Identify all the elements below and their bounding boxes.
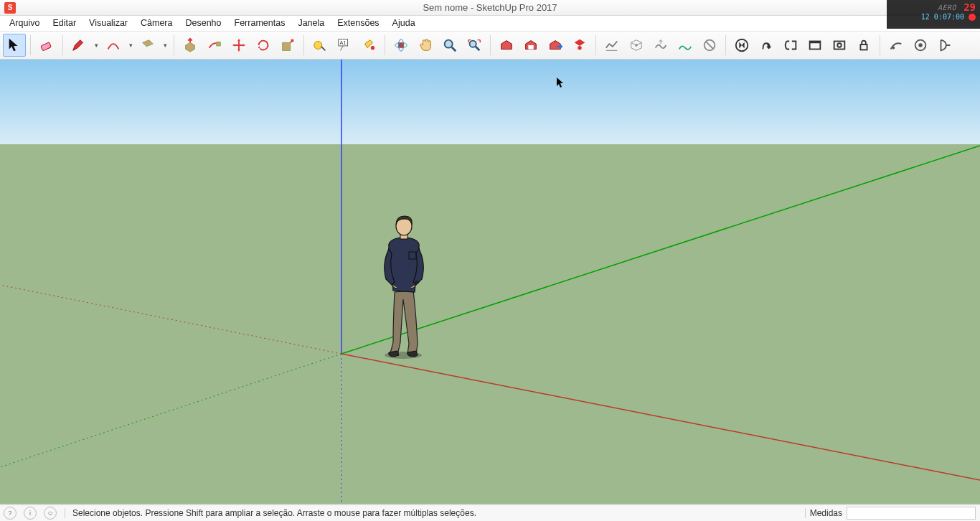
svg-point-24	[918, 43, 923, 47]
recorder-time: 0:07:00	[934, 13, 964, 21]
vray-interactive-tool[interactable]	[755, 34, 778, 57]
select-tool[interactable]	[3, 34, 26, 57]
status-hint-icon[interactable]: ?	[4, 507, 17, 520]
warehouse-components-tool[interactable]	[519, 34, 542, 57]
svg-text:A1: A1	[340, 39, 347, 46]
toolbar-separator	[490, 35, 491, 55]
status-info-icon[interactable]: i	[24, 507, 37, 520]
toolbar-separator	[880, 35, 880, 55]
toolbar-separator	[595, 35, 596, 55]
arc-tool[interactable]	[102, 34, 125, 57]
app-icon: S	[4, 2, 16, 14]
svg-rect-1	[217, 42, 221, 46]
menu-bar: Arquivo Editar Visualizar Câmera Desenho…	[0, 16, 980, 32]
rotate-tool[interactable]	[252, 34, 275, 57]
plugin-tool-a[interactable]	[885, 34, 908, 57]
status-separator	[65, 508, 65, 518]
svg-rect-2	[283, 42, 291, 50]
toolbar-separator	[725, 35, 726, 55]
move-tool[interactable]	[227, 34, 250, 57]
svg-point-22	[892, 47, 895, 50]
menu-window[interactable]: Janela	[291, 16, 331, 31]
status-user-icon[interactable]: ☺	[44, 507, 57, 520]
vray-asset-editor-tool[interactable]	[828, 34, 851, 57]
orbit-tool[interactable]	[390, 34, 413, 57]
menu-camera[interactable]: Câmera	[134, 16, 179, 31]
model-viewport[interactable]	[0, 60, 980, 504]
status-separator	[805, 508, 806, 518]
recorder-frame: 29	[963, 1, 976, 13]
svg-point-7	[398, 42, 403, 47]
menu-edit[interactable]: Editar	[46, 16, 83, 31]
svg-point-13	[578, 46, 582, 50]
ground	[0, 144, 980, 504]
toolbar-separator	[30, 35, 31, 55]
recorder-fps: 12	[921, 13, 930, 21]
menu-draw[interactable]: Desenho	[179, 16, 227, 31]
zoom-tool[interactable]	[438, 34, 461, 57]
zoom-extents-tool[interactable]	[463, 34, 486, 57]
svg-point-14	[635, 44, 638, 47]
eraser-tool[interactable]	[35, 34, 58, 57]
svg-rect-19	[834, 42, 845, 50]
toolbar-separator	[303, 35, 304, 55]
svg-rect-18	[810, 42, 821, 44]
toolbar-separator	[62, 35, 63, 55]
sandbox-smoove-tool[interactable]	[649, 34, 672, 57]
plugin-tool-c[interactable]	[933, 34, 956, 57]
recorder-brand: AERO	[938, 4, 956, 11]
svg-point-6	[371, 46, 375, 50]
sandbox-contours-tool[interactable]	[600, 34, 623, 57]
vray-viewport-tool[interactable]	[779, 34, 802, 57]
svg-rect-0	[41, 42, 52, 51]
rectangle-dropdown[interactable]: ▾	[161, 34, 169, 57]
record-dot-icon	[969, 14, 976, 21]
warehouse-tool[interactable]	[495, 34, 518, 57]
status-bar: ? i ☺ Selecione objetos. Pressione Shift…	[0, 504, 980, 521]
toolbar-separator	[174, 35, 174, 55]
svg-point-10	[445, 40, 453, 48]
tape-measure-tool[interactable]	[308, 34, 331, 57]
window-title: Sem nome - SketchUp Pro 2017	[423, 2, 557, 13]
pushpull-tool[interactable]	[179, 34, 202, 57]
extension-warehouse-tool[interactable]	[568, 34, 591, 57]
svg-rect-21	[860, 44, 867, 50]
paint-bucket-tool[interactable]	[357, 34, 380, 57]
measurements-label: Medidas	[810, 508, 847, 518]
measurements-input[interactable]	[847, 507, 976, 520]
status-hint-text: Selecione objetos. Pressione Shift para …	[70, 508, 476, 518]
text-tool[interactable]: A1	[333, 34, 356, 57]
arc-dropdown[interactable]: ▾	[126, 34, 135, 57]
recorder-overlay: AERO 29 12 0:07:00	[887, 0, 980, 29]
warehouse-share-tool[interactable]	[544, 34, 567, 57]
vray-frame-buffer-tool[interactable]	[804, 34, 826, 57]
svg-point-3	[314, 42, 322, 50]
pencil-dropdown[interactable]: ▾	[92, 34, 100, 57]
menu-view[interactable]: Visualizar	[83, 16, 134, 31]
vray-render-tool[interactable]	[730, 34, 753, 57]
toolbar-separator	[385, 35, 385, 55]
menu-extensions[interactable]: Extensões	[331, 16, 385, 31]
menu-file[interactable]: Arquivo	[3, 16, 46, 31]
sandbox-grid-tool[interactable]	[625, 34, 648, 57]
menu-help[interactable]: Ajuda	[386, 16, 422, 31]
pan-tool[interactable]	[414, 34, 437, 57]
svg-point-20	[837, 43, 842, 47]
sandbox-drape-tool[interactable]	[698, 34, 721, 57]
sandbox-stamp-tool[interactable]	[674, 34, 697, 57]
followme-tool[interactable]	[203, 34, 226, 57]
svg-rect-27	[415, 281, 419, 283]
svg-point-11	[470, 41, 476, 47]
menu-tools[interactable]: Ferramentas	[228, 16, 292, 31]
sky	[0, 60, 980, 144]
scale-tool[interactable]	[276, 34, 299, 57]
rectangle-tool[interactable]	[136, 34, 159, 57]
pencil-tool[interactable]	[67, 34, 90, 57]
vray-lock-tool[interactable]	[852, 34, 875, 57]
title-bar: S Sem nome - SketchUp Pro 2017	[0, 0, 980, 16]
plugin-tool-b[interactable]	[909, 34, 932, 57]
svg-rect-12	[528, 45, 533, 50]
main-toolbar: ▾ ▾ ▾ A1	[0, 32, 980, 60]
